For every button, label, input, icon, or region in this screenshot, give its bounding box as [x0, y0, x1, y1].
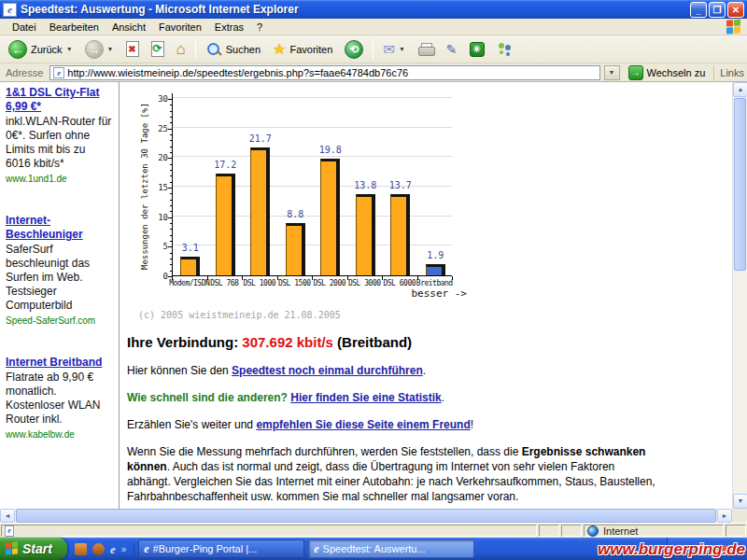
window-title: Speedtest: Auswertung - Microsoft Intern… [21, 3, 688, 16]
scroll-up-button[interactable]: ▲ [733, 82, 747, 97]
y-minor-tick [170, 134, 172, 135]
back-dropdown-icon[interactable]: ▼ [66, 46, 73, 52]
horizontal-scroll-thumb[interactable] [16, 509, 716, 523]
start-button[interactable]: Start [0, 538, 67, 560]
y-tick [168, 99, 172, 100]
history-button[interactable]: ⟲ [340, 37, 368, 62]
y-tick-label: 30 [144, 94, 168, 104]
y-tick [168, 217, 172, 218]
address-input[interactable] [67, 67, 599, 78]
vertical-scroll-track[interactable] [733, 272, 747, 494]
vertical-scrollbar: ▲ ▼ [732, 82, 747, 509]
ad-1-url-link[interactable]: www.1und1.de [6, 172, 113, 186]
chart-gridline [173, 97, 452, 98]
chart-direction-note: besser -> [411, 287, 467, 300]
windows-logo-icon [726, 19, 741, 35]
scroll-right-button[interactable]: ► [717, 509, 732, 523]
scrollbar-corner [732, 509, 747, 523]
quicklaunch-icon-2[interactable] [92, 543, 105, 555]
quicklaunch-overflow-chevron[interactable]: » [121, 544, 127, 554]
status-pane-2 [561, 525, 582, 537]
task-button-speedtest[interactable]: e Speedtest: Auswertu... [308, 539, 474, 558]
recommend-pre: Erzählen Sie's weiter und [127, 418, 256, 431]
ad-1-title-link[interactable]: 1&1 DSL City-Flat 6,99 €* [6, 86, 113, 114]
menu-ansicht[interactable]: Ansicht [106, 20, 152, 35]
menu-bearbeiten[interactable]: Bearbeiten [43, 20, 106, 35]
speed-value: 307.692 kbit/s [242, 334, 333, 350]
menu-favoriten[interactable]: Favoriten [152, 20, 208, 35]
scroll-left-button[interactable]: ◄ [0, 509, 15, 523]
ad-2-url-link[interactable]: Speed-SaferSurf.com [6, 314, 113, 328]
task-button-burgerping[interactable]: e #Burger-Ping Portal |... [138, 539, 304, 558]
stop-icon: ✖ [126, 41, 139, 57]
x-boundary-tick [242, 276, 243, 280]
paragraph-recommend: Erzählen Sie's weiter und empfehlen Sie … [127, 417, 661, 432]
home-icon: ⌂ [176, 41, 186, 58]
forward-button[interactable]: → ▼ [80, 37, 119, 62]
back-button[interactable]: ← Zurück ▼ [4, 37, 78, 62]
mail-button[interactable]: ✉ ▼ [378, 40, 410, 59]
y-minor-tick [170, 253, 172, 254]
y-minor-tick [170, 235, 172, 236]
y-minor-tick [170, 200, 172, 201]
quicklaunch-ie-icon[interactable]: e [110, 543, 116, 555]
address-dropdown-button[interactable]: ▼ [604, 65, 620, 80]
search-button[interactable]: Suchen [201, 38, 265, 61]
ie-logo-icon: e [3, 3, 17, 17]
status-page-icon: e [5, 525, 14, 537]
ad-3-url-link[interactable]: www.kabelbw.de [6, 427, 113, 441]
ad-2-title-link[interactable]: Internet-Beschleuniger [6, 214, 113, 242]
stats-link[interactable]: Hier finden Sie eine Statistik [290, 391, 441, 404]
x-boundary-tick [312, 276, 313, 280]
go-button[interactable]: → Wechseln zu [624, 64, 711, 81]
scroll-down-button[interactable]: ▼ [733, 494, 747, 509]
browser-viewport: 1&1 DSL City-Flat 6,99 €* inkl.WLAN-Rout… [0, 82, 747, 509]
home-button[interactable]: ⌂ [172, 38, 190, 61]
messenger-people-icon [497, 42, 514, 57]
links-toolbar[interactable]: Links [713, 65, 744, 80]
ad-1-body: inkl.WLAN-Router für 0€*. Surfen ohne Li… [6, 115, 111, 170]
menu-hilfe[interactable]: ? [250, 20, 269, 35]
menu-datei[interactable]: Datei [6, 20, 43, 35]
bar-value-label: 8.8 [278, 209, 314, 219]
favorites-star-icon: ★ [273, 42, 286, 57]
recommend-link[interactable]: empfehlen Sie diese Seite einem Freund [256, 418, 470, 431]
favorites-button[interactable]: ★ Favoriten [268, 39, 337, 60]
status-bar: e Internet [0, 523, 747, 538]
print-icon [417, 43, 434, 56]
task-ie-icon-2: e [314, 543, 318, 554]
forward-dropdown-icon[interactable]: ▼ [107, 46, 114, 52]
menu-extras[interactable]: Extras [208, 20, 250, 35]
search-label: Suchen [226, 44, 261, 55]
chart-gridline [173, 127, 452, 128]
print-button[interactable] [413, 40, 439, 59]
edit-button[interactable]: ✎ [442, 39, 462, 60]
minimize-button[interactable]: _ [690, 2, 707, 18]
refresh-button[interactable]: ⟳ [147, 38, 169, 60]
ad-sidebar: 1&1 DSL City-Flat 6,99 €* inkl.WLAN-Rout… [0, 82, 120, 509]
retry-link[interactable]: Speedtest noch einmal durchführen [232, 364, 423, 377]
task-ie-icon: e [144, 543, 148, 554]
x-boundary-tick [172, 276, 173, 280]
chart-gridline [173, 156, 452, 157]
status-pane-3 [726, 525, 746, 537]
close-button[interactable]: ✕ [727, 2, 744, 18]
quicklaunch-icon-1[interactable] [75, 543, 87, 555]
vertical-scroll-thumb[interactable] [734, 98, 746, 271]
y-minor-tick [170, 147, 172, 147]
stop-button[interactable]: ✖ [121, 38, 144, 60]
status-main-pane: e [1, 525, 537, 537]
result-article: Ihre Verbindung: 307.692 kbit/s (Breitba… [127, 335, 661, 509]
mail-dropdown-icon[interactable]: ▼ [399, 46, 405, 52]
messenger-button[interactable] [492, 39, 518, 60]
favorites-label: Favoriten [289, 44, 332, 55]
ad-3-title-link[interactable]: Internet Breitband [6, 356, 113, 370]
maximize-button[interactable]: ❐ [709, 2, 726, 18]
icq-button[interactable]: ✳ [465, 39, 489, 60]
task-label: #Burger-Ping Portal |... [153, 543, 258, 554]
y-minor-tick [170, 117, 172, 118]
chart-bar [390, 194, 410, 275]
retry-post: . [423, 364, 426, 377]
y-minor-tick [170, 105, 172, 105]
bar-value-label: 1.9 [418, 250, 454, 260]
